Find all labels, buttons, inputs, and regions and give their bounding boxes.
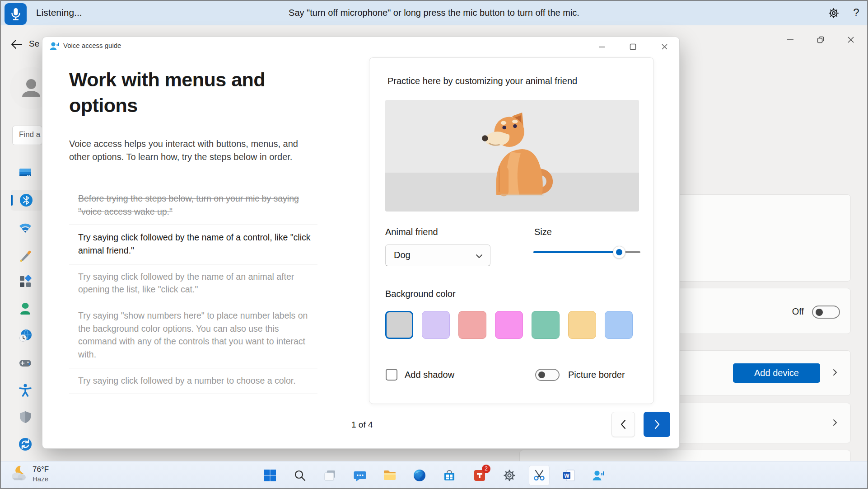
taskbar: 76°F Haze 2: [0, 461, 868, 489]
practice-panel: Practice here by customizing your animal…: [369, 57, 654, 404]
task-view-button[interactable]: [320, 465, 341, 486]
voice-access-app-icon: [49, 41, 60, 52]
sidebar-item-accounts[interactable]: [18, 301, 33, 316]
selected-indicator: [11, 195, 13, 206]
slider-thumb[interactable]: [613, 246, 625, 259]
sidebar-item-system[interactable]: [18, 166, 33, 180]
sidebar-item-personalization[interactable]: [18, 248, 33, 262]
start-button[interactable]: [260, 465, 280, 486]
page-indicator: 1 of 4: [351, 420, 373, 430]
voice-access-bar: Listening... Say "turn off microphone" o…: [0, 0, 868, 25]
toggle-knob: [816, 309, 823, 316]
office-notification-badge: 2: [482, 465, 490, 473]
settings-app-button[interactable]: [499, 465, 520, 486]
word-button[interactable]: W: [559, 465, 579, 486]
sidebar-item-accessibility[interactable]: [18, 383, 33, 397]
color-swatch-pink[interactable]: [495, 311, 523, 339]
picture-border-label: Picture border: [568, 370, 625, 380]
settings-search-input[interactable]: Find a: [12, 126, 42, 145]
add-device-button[interactable]: Add device: [733, 363, 820, 383]
dialog-close-button[interactable]: [656, 39, 672, 54]
voice-settings-gear-icon[interactable]: [826, 6, 841, 20]
settings-toggle-off[interactable]: [812, 306, 840, 319]
dialog-title: Voice access guide: [63, 42, 121, 49]
slider-fill: [533, 251, 619, 253]
folder-icon: [383, 468, 397, 483]
snipping-tool-icon: [532, 469, 546, 482]
sidebar-item-bluetooth[interactable]: [11, 190, 42, 211]
store-icon: [443, 469, 456, 482]
bluetooth-icon: [19, 193, 33, 207]
sidebar-item-gaming[interactable]: [18, 356, 33, 370]
dog-illustration: [469, 110, 555, 201]
haze-weather-icon: [9, 464, 28, 483]
guide-step-3: Try saying click followed by the name of…: [69, 264, 317, 303]
sidebar-item-time-language[interactable]: [18, 329, 33, 343]
add-shadow-label: Add shadow: [405, 370, 454, 380]
settings-close-button[interactable]: [843, 33, 859, 47]
picture-border-toggle[interactable]: [535, 369, 560, 381]
back-arrow-icon[interactable]: [10, 38, 25, 52]
sidebar-item-network[interactable]: [18, 221, 33, 235]
chevron-right-icon[interactable]: [831, 368, 840, 377]
settings-search-placeholder: Find a: [19, 130, 42, 139]
toggle-knob: [538, 371, 545, 378]
animal-friend-dropdown[interactable]: Dog: [385, 244, 490, 266]
screen: Se Find a: [0, 0, 868, 489]
color-swatch-salmon[interactable]: [458, 311, 486, 339]
chat-button[interactable]: [350, 465, 370, 486]
voice-access-icon: [591, 469, 605, 482]
voice-hint: Say "turn off microphone" or long press …: [135, 0, 733, 25]
office-app-button[interactable]: 2: [469, 465, 490, 486]
dialog-titlebar: Voice access guide: [42, 37, 679, 55]
chevron-left-icon: [619, 419, 627, 429]
background-color-label: Background color: [385, 289, 456, 299]
color-swatch-lavender[interactable]: [422, 311, 450, 339]
store-button[interactable]: [439, 465, 460, 486]
practice-title: Practice here by customizing your animal…: [387, 76, 577, 86]
size-slider[interactable]: [533, 246, 640, 259]
taskbar-weather-widget[interactable]: 76°F Haze: [9, 464, 49, 483]
search-icon: [294, 469, 306, 482]
color-swatch-teal[interactable]: [532, 311, 560, 339]
chevron-right-icon: [653, 419, 661, 429]
guide-steps-list: Before trying the steps below, turn on y…: [69, 186, 317, 394]
guide-heading: Work with menus and options: [69, 67, 268, 118]
color-swatch-gray[interactable]: [385, 311, 413, 339]
dialog-maximize-button[interactable]: [625, 39, 641, 54]
settings-minimize-button[interactable]: [783, 33, 798, 47]
guide-step-2: Try saying click followed by the name of…: [69, 225, 317, 264]
guide-step-5: Try saying click followed by a number to…: [69, 368, 317, 395]
sidebar-item-apps[interactable]: [18, 274, 33, 289]
chat-icon: [353, 469, 367, 482]
add-shadow-checkbox[interactable]: [386, 369, 397, 381]
weather-condition: Haze: [33, 475, 49, 483]
toggle-state-label: Off: [763, 306, 804, 317]
color-swatch-blue[interactable]: [605, 311, 633, 339]
chevron-down-icon: [476, 253, 483, 261]
edge-browser-button[interactable]: [409, 465, 430, 486]
microphone-button[interactable]: [5, 3, 27, 25]
chevron-right-icon[interactable]: [831, 418, 840, 428]
svg-text:W: W: [564, 473, 569, 479]
sidebar-item-windows-update[interactable]: [18, 437, 33, 451]
search-button[interactable]: [289, 465, 310, 486]
previous-page-button[interactable]: [611, 412, 635, 437]
animal-preview: [385, 100, 639, 212]
snipping-tool-button[interactable]: [529, 465, 550, 486]
color-swatch-peach[interactable]: [568, 311, 596, 339]
microphone-icon: [10, 7, 22, 21]
sidebar-item-privacy[interactable]: [18, 410, 33, 424]
word-icon: W: [562, 469, 576, 482]
next-page-button[interactable]: [644, 412, 670, 437]
voice-access-button[interactable]: [588, 465, 608, 486]
background-color-options: [385, 311, 633, 340]
dialog-minimize-button[interactable]: [593, 39, 610, 54]
animal-friend-label: Animal friend: [385, 227, 438, 237]
edge-icon: [413, 469, 426, 482]
voice-help-icon[interactable]: ?: [849, 6, 863, 20]
gear-icon: [503, 469, 516, 482]
settings-restore-button[interactable]: [813, 33, 828, 47]
settings-title: Se: [29, 39, 39, 49]
file-explorer-button[interactable]: [379, 465, 400, 486]
